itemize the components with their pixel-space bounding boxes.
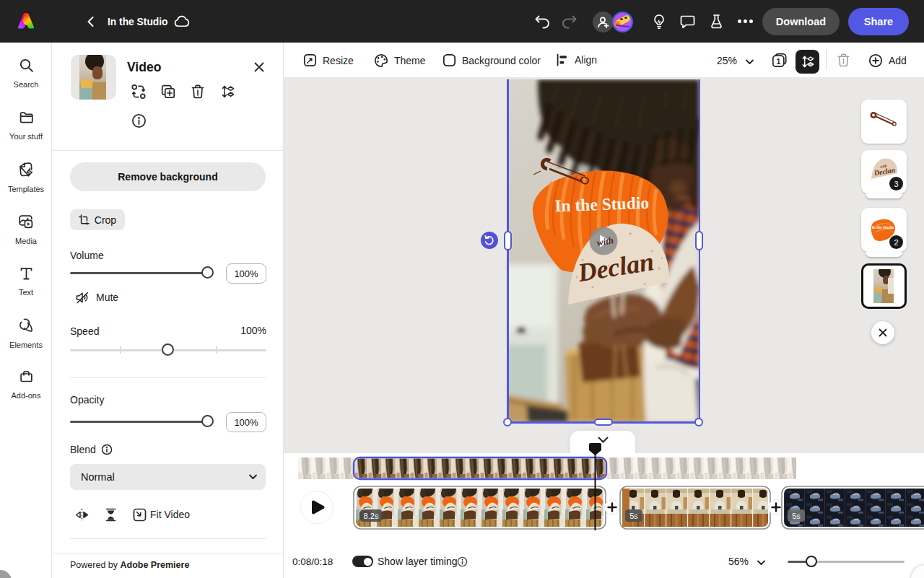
svg-text:5s: 5s [792,512,801,520]
svg-text:In the Studio: In the Studio [554,193,649,216]
svg-text:8.2s: 8.2s [364,512,379,520]
svg-text:1: 1 [776,57,780,66]
svg-text:5s: 5s [629,512,638,520]
svg-text:In the Studio: In the Studio [872,225,894,229]
